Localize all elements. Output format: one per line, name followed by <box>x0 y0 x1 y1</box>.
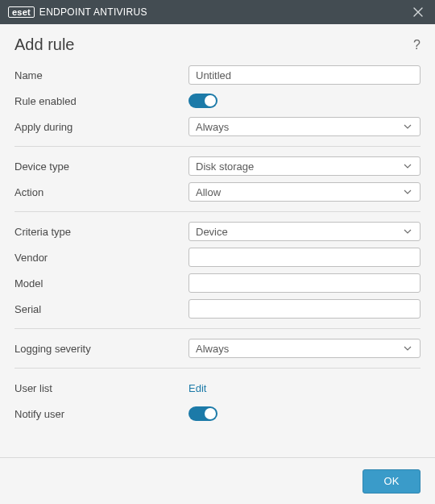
footer: OK <box>0 457 435 504</box>
close-icon[interactable] <box>411 5 425 19</box>
form: Name Rule enabled Apply during Always <box>14 62 420 427</box>
divider <box>14 146 420 147</box>
rule-enabled-label: Rule enabled <box>14 95 188 107</box>
criteria-type-value: Device <box>196 226 402 238</box>
serial-input[interactable] <box>188 299 420 319</box>
action-value: Allow <box>196 186 402 198</box>
rule-enabled-toggle[interactable] <box>188 94 218 108</box>
user-list-label: User list <box>14 382 188 394</box>
chevron-down-icon <box>402 121 413 132</box>
model-input[interactable] <box>188 273 420 293</box>
chevron-down-icon <box>402 186 413 198</box>
serial-label: Serial <box>14 303 188 315</box>
divider <box>14 328 420 329</box>
page-title: Add rule <box>14 35 75 54</box>
logging-severity-value: Always <box>196 343 402 355</box>
action-label: Action <box>14 186 188 198</box>
device-type-label: Device type <box>14 160 188 173</box>
notify-user-toggle[interactable] <box>188 406 218 421</box>
name-input[interactable] <box>188 65 420 85</box>
apply-during-select[interactable]: Always <box>188 117 420 136</box>
model-label: Model <box>14 277 188 289</box>
vendor-label: Vendor <box>14 252 188 264</box>
notify-user-label: Notify user <box>14 408 188 420</box>
chevron-down-icon <box>402 160 413 172</box>
name-label: Name <box>14 69 188 81</box>
divider <box>14 368 420 369</box>
logging-severity-label: Logging severity <box>14 343 188 355</box>
chevron-down-icon <box>402 343 413 354</box>
help-icon[interactable]: ? <box>413 38 420 52</box>
logging-severity-select[interactable]: Always <box>188 339 420 358</box>
brand-text: ENDPOINT ANTIVIRUS <box>39 6 147 18</box>
device-type-value: Disk storage <box>196 160 402 173</box>
vendor-input[interactable] <box>188 248 420 267</box>
chevron-down-icon <box>402 226 413 237</box>
apply-during-label: Apply during <box>14 121 188 133</box>
apply-during-value: Always <box>196 121 402 133</box>
criteria-type-label: Criteria type <box>14 226 188 238</box>
user-list-edit-link[interactable]: Edit <box>188 382 206 394</box>
divider <box>14 211 420 212</box>
brand-logo: eset <box>8 6 35 18</box>
ok-button[interactable]: OK <box>362 469 420 494</box>
titlebar: eset ENDPOINT ANTIVIRUS <box>0 0 435 24</box>
content: Add rule ? Name Rule enabled Apply durin… <box>0 24 435 457</box>
criteria-type-select[interactable]: Device <box>188 222 420 241</box>
device-type-select[interactable]: Disk storage <box>188 156 420 176</box>
action-select[interactable]: Allow <box>188 182 420 202</box>
